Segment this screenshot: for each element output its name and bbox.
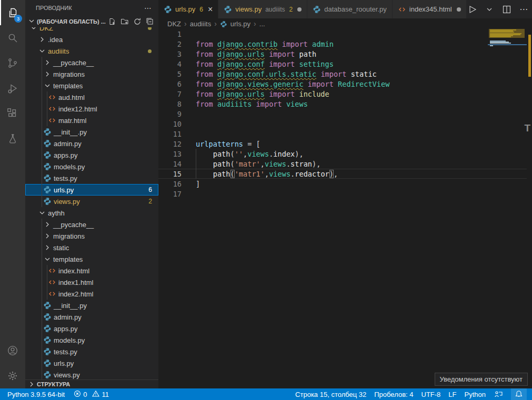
indent-guide	[42, 57, 42, 68]
indent-guide	[42, 369, 42, 380]
tree-item-audiiits[interactable]: audiiits	[25, 45, 158, 57]
chevron-down-icon[interactable]	[484, 4, 495, 15]
tree-item-tests-py[interactable]: tests.py	[25, 172, 158, 184]
python-interpreter[interactable]: Python 3.9.5 64-bit	[7, 391, 65, 398]
tree-item-templates[interactable]: templates	[25, 253, 158, 265]
status-language-mode[interactable]: Python	[465, 391, 486, 398]
indent-guide	[42, 149, 42, 161]
tree-item-index-html[interactable]: index.html	[25, 265, 158, 276]
line-number: 12	[158, 140, 182, 148]
indent-guide	[47, 288, 47, 300]
tree-item-index1-html[interactable]: index1.html	[25, 276, 158, 288]
activity-source-control-icon[interactable]	[0, 50, 25, 76]
activity-account-icon[interactable]	[0, 338, 25, 363]
tree-item-views-py[interactable]: views.py	[25, 369, 158, 380]
modified-dot-icon[interactable]	[457, 7, 461, 12]
tree-item-label: templates	[53, 82, 83, 90]
chevron-down-icon	[27, 17, 36, 26]
tree-item-templates[interactable]: templates	[25, 80, 158, 91]
tab-bar: urls.py6×views.pyaudiiits2database_roout…	[158, 0, 532, 18]
activity-extensions-icon[interactable]	[0, 101, 25, 126]
python-file-icon	[43, 371, 52, 379]
more-actions-icon[interactable]: ⋯	[519, 4, 529, 15]
indent-guide	[42, 357, 42, 369]
status-encoding[interactable]: UTF-8	[421, 391, 441, 398]
breadcrumb[interactable]: DKZ›audiiits›urls.py›...	[158, 18, 532, 29]
feedback-icon[interactable]	[494, 389, 503, 399]
tree-item-label: views.py	[54, 198, 80, 206]
overview-ruler[interactable]	[527, 18, 532, 388]
activity-search-icon[interactable]	[0, 25, 25, 50]
tree-item-label: aud.html	[58, 94, 85, 101]
breadcrumb-item[interactable]: audiiits	[190, 20, 211, 28]
more-actions-icon[interactable]: ⋯	[144, 4, 152, 12]
minimap[interactable]	[489, 18, 527, 388]
tree-item--init-py[interactable]: __init__.py	[25, 300, 158, 311]
tree-item-admin-py[interactable]: admin.py	[25, 311, 158, 323]
activity-settings-icon[interactable]	[0, 363, 25, 388]
tab-urls-py[interactable]: urls.py6×	[158, 0, 218, 18]
refresh-icon[interactable]	[133, 17, 142, 26]
tree-item-label: models.py	[54, 163, 85, 171]
run-icon[interactable]	[467, 4, 477, 15]
tree-item-models-py[interactable]: models.py	[25, 334, 158, 346]
code-editor[interactable]: 12from django.contrib import admin3from …	[158, 29, 527, 388]
line-number: 14	[158, 160, 182, 168]
collapse-all-icon[interactable]	[146, 17, 154, 26]
activity-run-debug-icon[interactable]	[0, 76, 25, 101]
tree-item-migrations[interactable]: migrations	[25, 68, 158, 80]
tree-item-label: __pycache__	[53, 59, 94, 67]
tab-index345-html[interactable]: index345.html	[393, 0, 466, 18]
split-editor-icon[interactable]	[501, 4, 512, 15]
breadcrumb-item[interactable]: ...	[259, 20, 265, 28]
line-number: 17	[158, 190, 182, 198]
breadcrumb-item[interactable]: DKZ	[167, 20, 181, 28]
new-file-icon[interactable]	[108, 17, 116, 26]
tree-item-tests-py[interactable]: tests.py	[25, 346, 158, 357]
tree-item-label: static	[53, 244, 69, 252]
structure-section-header[interactable]: СТРУКТУРА	[25, 380, 158, 388]
structure-section-label: СТРУКТУРА	[37, 381, 70, 387]
activity-explorer-icon[interactable]: 3	[0, 0, 25, 25]
tree-item-apps-py[interactable]: apps.py	[25, 323, 158, 334]
problems-badge: 6	[148, 186, 152, 193]
code-line-17: 17	[158, 189, 527, 199]
tree-item-admin-py[interactable]: admin.py	[25, 138, 158, 149]
tree-item--idea[interactable]: .idea	[25, 34, 158, 45]
notification-tooltip: Уведомления отсутствуют	[435, 373, 528, 386]
code-line-3: 3from django.urls import path	[158, 49, 527, 59]
tree-item-static[interactable]: static	[25, 242, 158, 253]
breadcrumb-item[interactable]: urls.py	[230, 20, 250, 28]
tree-item-index2-html[interactable]: index2.html	[25, 288, 158, 300]
status-indentation[interactable]: Пробелов: 4	[374, 391, 413, 398]
modified-dot-icon[interactable]	[297, 7, 302, 12]
tree-item-models-py[interactable]: models.py	[25, 161, 158, 172]
indent-guide	[47, 91, 47, 103]
tree-item-matr-html[interactable]: matr.html	[25, 115, 158, 126]
tree-item-migrations[interactable]: migrations	[25, 230, 158, 242]
status-eol[interactable]: LF	[448, 391, 456, 398]
workspace-section-header[interactable]: (РАБОЧАЯ ОБЛАСТЬ) ...	[25, 16, 158, 27]
tree-item-aythh[interactable]: aythh	[25, 207, 158, 219]
status-cursor-position[interactable]: Строка 15, столбец 32	[295, 391, 366, 398]
close-icon[interactable]: ×	[208, 5, 213, 14]
tree-item-apps-py[interactable]: apps.py	[25, 149, 158, 161]
activity-testing-icon[interactable]	[0, 126, 25, 151]
tree-item-label: urls.py	[54, 360, 74, 367]
tree-item-aud-html[interactable]: aud.html	[25, 91, 158, 103]
tab-database-roouter-py[interactable]: database_roouter.py	[307, 0, 392, 18]
tree-item--pycache-[interactable]: __pycache__	[25, 219, 158, 230]
tree-item-views-py[interactable]: views.py2	[25, 196, 158, 207]
tree-item-label: audiiits	[48, 47, 69, 55]
tree-item-urls-py[interactable]: urls.py6	[25, 184, 158, 196]
tree-item-urls-py[interactable]: urls.py	[25, 357, 158, 369]
tab-views-py[interactable]: views.pyaudiiits2	[218, 0, 307, 18]
tree-item-index12-html[interactable]: index12.html	[25, 103, 158, 115]
problems-indicator[interactable]: 0 11	[74, 390, 109, 399]
tree-item--pycache-[interactable]: __pycache__	[25, 57, 158, 68]
tree-item--init-py[interactable]: __init__.py	[25, 126, 158, 138]
tree-item-label: index1.html	[58, 279, 93, 286]
new-folder-icon[interactable]	[121, 17, 129, 26]
tab-label: index345.html	[409, 5, 452, 13]
notifications-bell-icon[interactable]	[511, 388, 527, 400]
